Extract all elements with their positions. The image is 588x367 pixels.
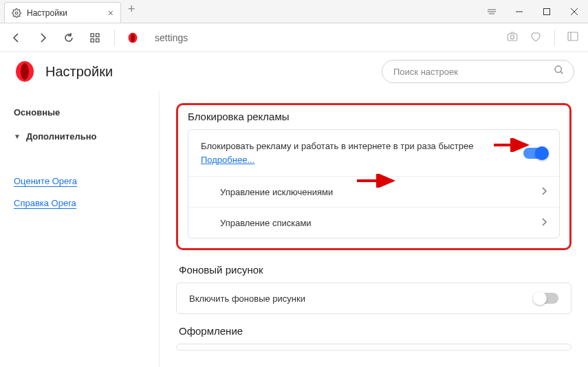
svg-rect-14 (508, 34, 517, 41)
adblock-toggle[interactable] (523, 148, 547, 159)
toolbar-divider (114, 30, 115, 45)
adblock-more-link[interactable]: Подробнее... (201, 155, 254, 165)
svg-point-0 (15, 12, 18, 14)
back-button[interactable] (10, 31, 23, 45)
window-controls (478, 0, 588, 23)
chevron-right-icon (541, 217, 547, 228)
svg-point-13 (131, 34, 135, 42)
appearance-section: Оформление (176, 325, 571, 351)
gear-icon (12, 8, 21, 18)
appearance-section-title: Оформление (176, 325, 571, 337)
reload-button[interactable] (62, 31, 76, 45)
adblock-description: Блокировать рекламу и работать в интерне… (201, 140, 516, 166)
sidebar-link-help[interactable]: Справка Opera (14, 198, 76, 209)
chevron-right-icon (541, 186, 547, 197)
adblock-toggle-row: Блокировать рекламу и работать в интерне… (188, 130, 559, 176)
search-wrap (382, 60, 574, 83)
toolbar-right (506, 30, 578, 45)
search-input[interactable] (382, 60, 574, 83)
title-bar: Настройки × + (0, 0, 588, 23)
wallpaper-section-title: Фоновый рисунок (176, 264, 571, 276)
maximize-button[interactable] (533, 0, 560, 23)
sidebar-link-rate[interactable]: Оцените Opera (14, 176, 77, 187)
heart-icon[interactable] (530, 30, 542, 45)
sidebar-item-advanced[interactable]: ▼ Дополнительно (14, 131, 145, 142)
svg-point-15 (510, 35, 514, 38)
forward-button[interactable] (36, 31, 50, 45)
adblock-exceptions-row[interactable]: Управление исключениями (188, 176, 559, 207)
adblock-highlight: Блокировка рекламы Блокировать рекламу и… (176, 103, 571, 250)
exceptions-label: Управление исключениями (220, 187, 534, 197)
sidebar-toggle-icon[interactable] (567, 31, 578, 45)
wallpaper-section: Фоновый рисунок Включить фоновые рисунки (176, 264, 571, 314)
body: Основные ▼ Дополнительно Оцените Opera С… (0, 91, 588, 367)
toolbar: settings (0, 23, 588, 52)
lists-label: Управление списками (220, 218, 534, 228)
adblock-panel: Блокировать рекламу и работать в интерне… (188, 129, 560, 238)
new-tab-button[interactable]: + (121, 2, 142, 16)
sidebar: Основные ▼ Дополнительно Оцените Opera С… (0, 91, 160, 367)
svg-line-21 (560, 71, 563, 74)
adblock-section-title: Блокировка рекламы (188, 111, 560, 122)
sidebar-item-basic[interactable]: Основные (14, 107, 145, 118)
chevron-down-icon: ▼ (14, 133, 21, 140)
adblock-lists-row[interactable]: Управление списками (188, 207, 559, 238)
wallpaper-toggle[interactable] (535, 293, 558, 304)
sidebar-item-label: Дополнительно (26, 131, 97, 142)
content: Блокировка рекламы Блокировать рекламу и… (160, 91, 588, 367)
toolbar-divider-2 (554, 30, 555, 45)
settings-header: Настройки (0, 52, 588, 91)
easy-setup-button[interactable] (478, 0, 505, 23)
svg-rect-9 (96, 34, 100, 37)
svg-rect-5 (544, 9, 550, 15)
wallpaper-panel: Включить фоновые рисунки (176, 282, 571, 314)
opera-icon (127, 32, 138, 43)
opera-logo (14, 60, 36, 82)
snapshot-icon[interactable] (506, 30, 519, 45)
search-icon (554, 65, 565, 78)
close-button[interactable] (560, 0, 588, 23)
tab-close-button[interactable]: × (108, 8, 113, 19)
minimize-button[interactable] (505, 0, 533, 23)
page-title: Настройки (45, 64, 113, 80)
address-bar[interactable]: settings (149, 32, 495, 43)
svg-rect-10 (91, 38, 94, 42)
appearance-panel (176, 344, 571, 351)
svg-rect-16 (568, 32, 578, 41)
svg-rect-8 (91, 34, 94, 37)
wallpaper-label: Включить фоновые рисунки (189, 293, 528, 304)
browser-tab[interactable]: Настройки × (4, 2, 121, 23)
wallpaper-toggle-row: Включить фоновые рисунки (177, 283, 571, 313)
svg-point-20 (555, 66, 561, 72)
speed-dial-button[interactable] (88, 31, 102, 45)
svg-point-19 (21, 63, 29, 80)
nav-buttons (10, 31, 102, 45)
tab-title: Настройки (27, 8, 102, 18)
svg-rect-11 (96, 38, 100, 42)
